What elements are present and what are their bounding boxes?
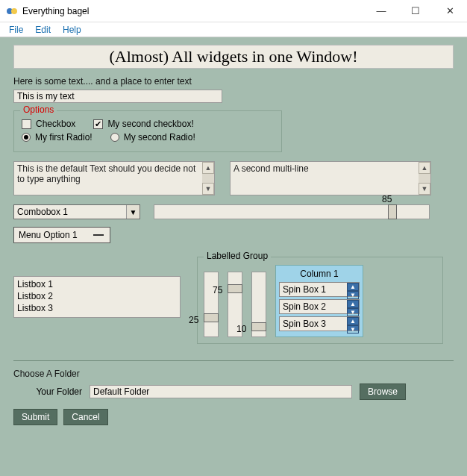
vslider-1-wrap: 25 bbox=[204, 272, 219, 337]
spin-down-icon[interactable]: ▼ bbox=[347, 308, 359, 316]
scrollbar[interactable]: ▲ ▼ bbox=[419, 162, 430, 195]
list-item[interactable]: Listbox 2 bbox=[17, 290, 177, 302]
scroll-up-icon[interactable]: ▲ bbox=[419, 162, 430, 174]
menubutton[interactable]: Menu Option 1 bbox=[13, 227, 110, 243]
checkbox-2[interactable]: ✔ My second checkbox! bbox=[93, 119, 193, 129]
menu-file[interactable]: File bbox=[3, 23, 29, 37]
cancel-button[interactable]: Cancel bbox=[63, 409, 107, 425]
options-legend: Options bbox=[20, 104, 57, 115]
spinbox-1[interactable]: Spin Box 1 ▲▼ bbox=[279, 282, 360, 297]
chevron-down-icon: ▼ bbox=[126, 205, 140, 219]
radio-icon bbox=[22, 133, 31, 142]
checkbox-2-label: My second checkbox! bbox=[107, 119, 193, 129]
titlebar: Everything bagel — ☐ ✕ bbox=[0, 0, 467, 22]
options-frame: Options Checkbox ✔ My second checkbox! M… bbox=[13, 110, 282, 152]
hslider[interactable] bbox=[154, 204, 430, 219]
radio-2-label: My second Radio! bbox=[124, 132, 195, 143]
column-1-frame: Column 1 Spin Box 1 ▲▼ Spin Box 2 ▲▼ Spi… bbox=[275, 265, 363, 337]
vslider-thumb[interactable] bbox=[204, 313, 219, 322]
multiline-2-text: A second multi-line bbox=[234, 163, 309, 174]
listbox[interactable]: Listbox 1 Listbox 2 Listbox 3 bbox=[13, 276, 181, 318]
folder-input[interactable] bbox=[90, 385, 352, 398]
radio-2[interactable]: My second Radio! bbox=[110, 132, 195, 143]
column-1-title: Column 1 bbox=[279, 269, 360, 279]
vslider-1[interactable] bbox=[204, 272, 219, 337]
vslider-thumb[interactable] bbox=[251, 322, 266, 331]
spin-up-icon[interactable]: ▲ bbox=[347, 283, 359, 291]
choose-folder-label: Choose A Folder bbox=[13, 369, 454, 379]
combobox[interactable]: Combobox 1 ▼ bbox=[13, 204, 140, 219]
spinbox-2-label: Spin Box 2 bbox=[283, 301, 326, 312]
app-icon bbox=[6, 5, 18, 17]
menubar: File Edit Help bbox=[0, 22, 467, 37]
submit-button[interactable]: Submit bbox=[13, 409, 57, 425]
spinbox-3-label: Spin Box 3 bbox=[283, 319, 326, 329]
separator bbox=[13, 360, 454, 361]
spinbox-2[interactable]: Spin Box 2 ▲▼ bbox=[279, 299, 360, 314]
spin-buttons[interactable]: ▲▼ bbox=[347, 283, 359, 296]
close-button[interactable]: ✕ bbox=[433, 0, 467, 22]
spin-down-icon[interactable]: ▼ bbox=[347, 291, 359, 299]
radio-1-label: My first Radio! bbox=[35, 132, 93, 143]
browse-button[interactable]: Browse bbox=[360, 383, 406, 400]
scroll-down-icon[interactable]: ▼ bbox=[419, 183, 430, 195]
vslider-1-label: 25 bbox=[189, 315, 198, 325]
spin-up-icon[interactable]: ▲ bbox=[347, 300, 359, 308]
minimize-button[interactable]: — bbox=[364, 0, 398, 22]
labelled-group: Labelled Group 25 75 10 Column bbox=[197, 257, 443, 344]
multiline-2[interactable]: A second multi-line ▲ ▼ bbox=[230, 161, 431, 195]
vslider-3[interactable] bbox=[251, 272, 266, 337]
hslider-thumb[interactable] bbox=[388, 204, 397, 219]
scroll-up-icon[interactable]: ▲ bbox=[202, 162, 214, 174]
multiline-1[interactable]: This is the default Text should you deci… bbox=[13, 161, 215, 195]
labelled-group-legend: Labelled Group bbox=[204, 251, 271, 261]
svg-point-1 bbox=[11, 8, 17, 14]
spin-down-icon[interactable]: ▼ bbox=[347, 325, 359, 333]
page-title: (Almost) All widgets in one Window! bbox=[13, 45, 454, 69]
workspace: (Almost) All widgets in one Window! Here… bbox=[0, 37, 467, 476]
vslider-thumb[interactable] bbox=[228, 284, 242, 293]
vslider-3-wrap: 10 bbox=[251, 272, 266, 337]
checkbox-1-label: Checkbox bbox=[36, 119, 75, 129]
scroll-down-icon[interactable]: ▼ bbox=[202, 183, 214, 195]
menu-edit[interactable]: Edit bbox=[29, 23, 57, 37]
spinbox-1-label: Spin Box 1 bbox=[283, 284, 326, 295]
vslider-2-label: 75 bbox=[213, 285, 222, 295]
list-item[interactable]: Listbox 3 bbox=[17, 302, 177, 314]
menu-indicator-icon bbox=[93, 234, 104, 236]
checkbox-1[interactable]: Checkbox bbox=[22, 119, 75, 129]
spin-buttons[interactable]: ▲▼ bbox=[347, 300, 359, 313]
maximize-button[interactable]: ☐ bbox=[398, 0, 433, 22]
spin-up-icon[interactable]: ▲ bbox=[347, 317, 359, 325]
radio-1[interactable]: My first Radio! bbox=[22, 132, 93, 143]
list-item[interactable]: Listbox 1 bbox=[17, 278, 177, 290]
vslider-3-label: 10 bbox=[236, 324, 246, 334]
text-input[interactable] bbox=[13, 90, 222, 103]
menu-help[interactable]: Help bbox=[57, 23, 87, 37]
radio-icon bbox=[110, 133, 119, 142]
spinbox-3[interactable]: Spin Box 3 ▲▼ bbox=[279, 316, 360, 331]
window-title: Everything bagel bbox=[22, 6, 89, 16]
menubutton-label: Menu Option 1 bbox=[19, 230, 78, 240]
combobox-value: Combobox 1 bbox=[17, 207, 68, 217]
checkbox-icon: ✔ bbox=[93, 119, 103, 129]
spin-buttons[interactable]: ▲▼ bbox=[347, 317, 359, 331]
multiline-1-text: This is the default Text should you deci… bbox=[17, 163, 195, 184]
folder-label: Your Folder bbox=[13, 386, 82, 397]
scrollbar[interactable]: ▲ ▼ bbox=[202, 162, 214, 195]
intro-label: Here is some text.... and a place to ent… bbox=[13, 76, 454, 87]
hslider-value-label: 85 bbox=[382, 194, 392, 204]
checkbox-icon bbox=[22, 119, 31, 129]
hslider-wrap: 85 bbox=[154, 204, 430, 219]
